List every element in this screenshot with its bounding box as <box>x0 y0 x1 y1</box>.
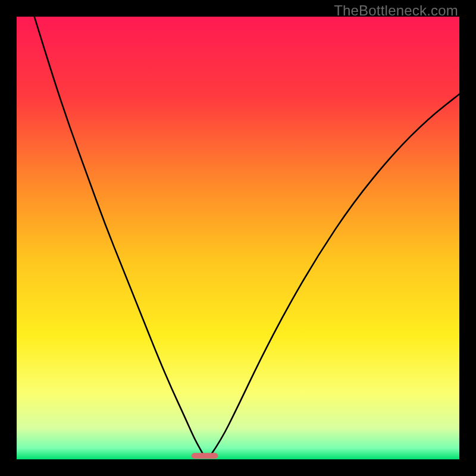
watermark-text: TheBottleneck.com <box>334 2 458 19</box>
bottleneck-chart <box>17 17 459 459</box>
optimum-marker <box>192 453 218 459</box>
gradient-background <box>17 17 459 459</box>
chart-frame <box>17 17 459 459</box>
